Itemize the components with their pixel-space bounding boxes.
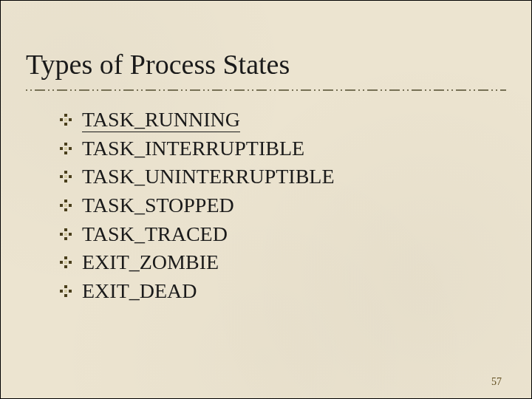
bullet-icon [60,256,72,268]
svg-rect-13 [64,180,67,183]
svg-rect-10 [64,171,67,174]
svg-rect-3 [64,123,67,126]
slide-title: Types of Process States [1,1,531,81]
svg-rect-11 [60,175,63,178]
list-item: TASK_TRACED [60,220,531,249]
list-item-label: EXIT_DEAD [82,279,197,302]
svg-rect-22 [69,233,72,236]
svg-rect-25 [64,256,67,259]
svg-rect-29 [64,261,67,264]
list-item-label: TASK_TRACED [82,222,228,245]
list-item: EXIT_ZOMBIE [60,248,531,277]
svg-rect-15 [64,200,67,202]
svg-rect-20 [64,228,67,231]
svg-rect-5 [64,143,67,146]
list-item: EXIT_DEAD [60,277,531,306]
bullet-icon [60,171,72,183]
bullet-icon [60,285,72,297]
svg-rect-17 [69,204,72,207]
svg-rect-33 [64,294,67,297]
list-item-label[interactable]: TASK_RUNNING [82,108,240,132]
list-item: TASK_UNINTERRUPTIBLE [60,163,531,191]
list-item: TASK_INTERRUPTIBLE [60,134,531,163]
list-item-label: TASK_INTERRUPTIBLE [82,137,304,160]
svg-rect-7 [69,147,72,150]
bullet-icon [60,143,72,154]
page-number: 57 [491,376,502,388]
svg-rect-31 [60,290,63,293]
svg-rect-12 [69,175,72,178]
svg-rect-21 [60,233,63,236]
svg-rect-30 [64,285,67,288]
svg-rect-4 [64,118,67,121]
bullet-icon [60,228,72,240]
list-item-label: TASK_STOPPED [82,194,234,216]
state-list: TASK_RUNNING TASK_INTERRUPTIBLE [1,92,531,305]
list-item-label: EXIT_ZOMBIE [82,250,219,273]
svg-rect-8 [64,151,67,154]
list-item-label: TASK_UNINTERRUPTIBLE [82,165,335,188]
svg-rect-2 [69,118,72,121]
svg-rect-27 [69,261,72,264]
svg-rect-16 [60,204,63,207]
svg-rect-18 [64,208,67,211]
slide: Types of Process States TASK_RUNNING [1,1,531,398]
svg-rect-26 [60,261,63,264]
svg-rect-28 [64,265,67,268]
svg-rect-0 [64,114,67,117]
svg-rect-6 [60,147,63,150]
bullet-icon [60,200,72,211]
list-item: TASK_STOPPED [60,191,531,220]
svg-rect-1 [60,118,63,121]
bullet-icon [60,114,72,126]
svg-rect-34 [64,290,67,293]
svg-rect-19 [64,204,67,207]
svg-rect-9 [64,147,67,150]
list-item: TASK_RUNNING [60,106,531,134]
svg-rect-24 [64,233,67,236]
svg-rect-14 [64,175,67,178]
svg-rect-23 [64,237,67,240]
svg-rect-32 [69,290,72,293]
